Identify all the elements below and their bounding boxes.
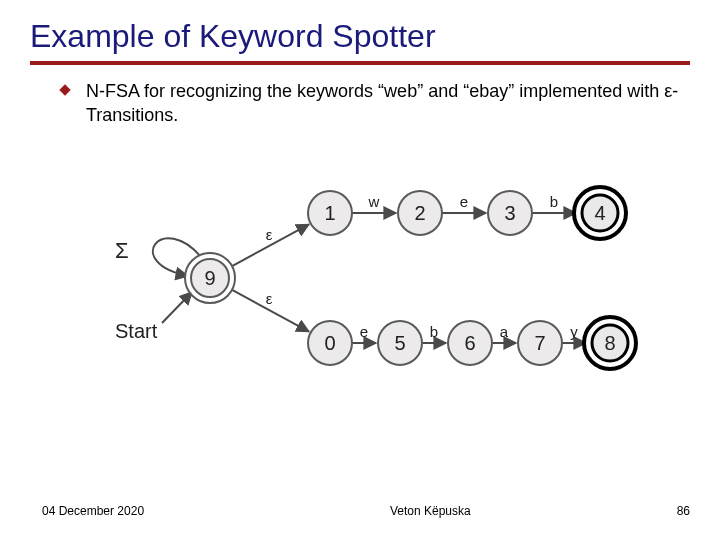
edge-label: y: [570, 323, 578, 340]
start-label: Start: [115, 320, 158, 342]
state-label: 3: [504, 202, 515, 224]
edge-label: w: [368, 193, 380, 210]
edge-label: ε: [266, 290, 273, 307]
edge-label: e: [460, 193, 468, 210]
state-label: 9: [204, 267, 215, 289]
edge-label: ε: [266, 226, 273, 243]
state-label: 4: [594, 202, 605, 224]
slide-title: Example of Keyword Spotter: [30, 18, 690, 55]
start-edge: [162, 292, 192, 323]
state-node-4: 4: [574, 187, 626, 239]
edge-label: b: [550, 193, 558, 210]
edge-label: e: [360, 323, 368, 340]
diamond-bullet-icon: [58, 83, 72, 101]
footer-page-number: 86: [677, 504, 690, 518]
edge-label: b: [430, 323, 438, 340]
state-node-7: 7: [518, 321, 562, 365]
state-node-5: 5: [378, 321, 422, 365]
state-node-3: 3: [488, 191, 532, 235]
state-node-8: 8: [584, 317, 636, 369]
state-label: 1: [324, 202, 335, 224]
state-node-0: 0: [308, 321, 352, 365]
svg-rect-0: [59, 84, 70, 95]
state-label: 8: [604, 332, 615, 354]
footer-author: Veton Këpuska: [144, 504, 677, 518]
state-node-2: 2: [398, 191, 442, 235]
bullet-text: N-FSA for recognizing the keywords “web”…: [86, 79, 690, 128]
state-label: 2: [414, 202, 425, 224]
state-label: 6: [464, 332, 475, 354]
state-label: 5: [394, 332, 405, 354]
fsa-diagram: ΣStartεwebεebay9123405678: [85, 168, 660, 378]
state-label: 0: [324, 332, 335, 354]
state-node-1: 1: [308, 191, 352, 235]
sigma-label: Σ: [115, 238, 129, 263]
title-underline: [30, 61, 690, 65]
bullet-item: N-FSA for recognizing the keywords “web”…: [30, 79, 690, 128]
edge-label: a: [500, 323, 509, 340]
slide-footer: 04 December 2020 Veton Këpuska 86: [0, 504, 720, 518]
footer-date: 04 December 2020: [42, 504, 144, 518]
state-node-6: 6: [448, 321, 492, 365]
state-label: 7: [534, 332, 545, 354]
state-node-9: 9: [185, 253, 235, 303]
